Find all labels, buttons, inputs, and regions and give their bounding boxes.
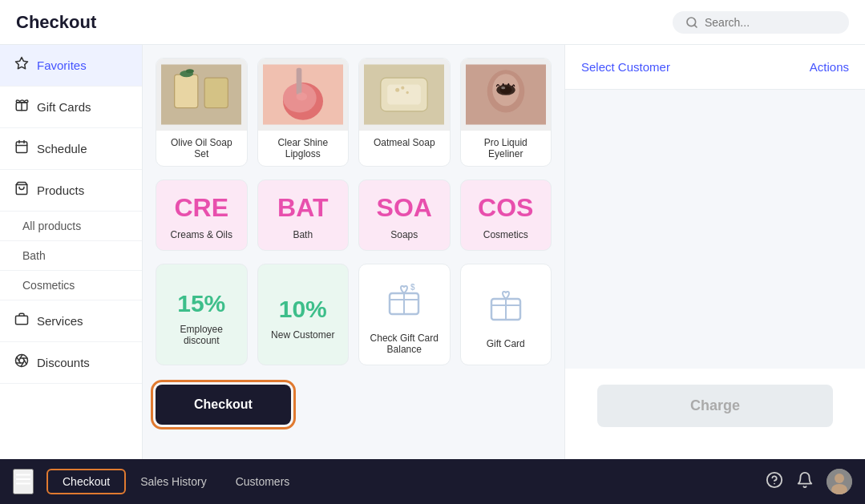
- gift-check-icon: $: [385, 280, 423, 326]
- svg-point-21: [186, 69, 194, 73]
- right-footer-area: Charge: [565, 369, 865, 459]
- search-icon: [685, 16, 698, 29]
- discount-card-new-customer[interactable]: 10% New Customer: [257, 264, 350, 365]
- svg-rect-4: [16, 142, 27, 153]
- svg-point-30: [395, 88, 399, 92]
- category-label-soa: Soaps: [390, 229, 418, 240]
- product-label-pro-eyeliner: Pro Liquid Eyeliner: [461, 131, 552, 166]
- hamburger-menu-button[interactable]: [13, 469, 34, 494]
- search-input[interactable]: [705, 16, 833, 29]
- sidebar-item-discounts[interactable]: Discounts: [0, 342, 142, 384]
- app-title: Checkout: [16, 12, 96, 33]
- schedule-icon: [14, 139, 29, 158]
- category-abbr-cre: CRE: [174, 193, 228, 223]
- category-abbr-bat: BAT: [277, 193, 328, 223]
- employee-discount-label: Employee discount: [163, 324, 241, 346]
- bottom-nav-customers[interactable]: Customers: [221, 470, 305, 493]
- app-wrapper: Checkout Favorites Gift Cards: [0, 0, 865, 504]
- actions-button[interactable]: Actions: [810, 60, 849, 74]
- sidebar-label-giftcards: Gift Cards: [37, 100, 91, 114]
- svg-point-52: [835, 474, 844, 483]
- svg-point-32: [402, 87, 405, 90]
- charge-button: Charge: [597, 385, 833, 427]
- svg-marker-2: [16, 58, 28, 69]
- product-label-oatmeal-soap: Oatmeal Soap: [359, 131, 450, 155]
- product-card-pro-eyeliner[interactable]: Pro Liquid Eyeliner: [460, 58, 552, 167]
- discounts-icon: [14, 353, 29, 372]
- sidebar-item-favorites[interactable]: Favorites: [0, 45, 142, 87]
- category-card-cos[interactable]: COS Cosmetics: [460, 179, 552, 251]
- checkout-btn-area: Checkout: [156, 378, 552, 431]
- sidebar-sub-all-products[interactable]: All products: [0, 212, 142, 241]
- category-card-bat[interactable]: BAT Bath: [257, 179, 350, 251]
- gift-card-check-label: Check Gift Card Balance: [366, 333, 443, 355]
- svg-rect-18: [175, 75, 198, 108]
- sidebar: Favorites Gift Cards Schedule: [0, 45, 143, 459]
- gift-card-icon: [487, 286, 525, 332]
- new-customer-label: New Customer: [271, 329, 334, 341]
- sidebar-label-services: Services: [37, 314, 83, 328]
- giftcards-icon: [14, 98, 29, 116]
- product-grid: Olive Oil Soap Set Clear Shine Lipgloss: [156, 58, 552, 167]
- product-img-olive-oil-soap: [156, 58, 247, 131]
- sidebar-sub-products: All products Bath Cosmetics: [0, 212, 142, 300]
- right-panel: Select Customer Actions Charge: [564, 45, 865, 459]
- bottom-nav: Checkout Sales History Customers: [0, 459, 865, 504]
- product-card-clear-shine[interactable]: Clear Shine Lipgloss: [257, 58, 350, 167]
- employee-discount-value: 15%: [177, 290, 225, 317]
- svg-rect-9: [16, 316, 28, 325]
- products-icon: [14, 181, 29, 200]
- notification-icon-button[interactable]: [796, 471, 814, 493]
- product-img-pro-eyeliner: [461, 58, 552, 131]
- discount-card-employee[interactable]: 15% Employee discount: [156, 264, 248, 365]
- gift-card-check-card[interactable]: $ Check Gift Card Balance: [358, 264, 451, 365]
- top-header: Checkout: [0, 0, 865, 45]
- select-customer-button[interactable]: Select Customer: [581, 60, 670, 74]
- svg-text:$: $: [410, 283, 415, 292]
- product-label-olive-oil-soap: Olive Oil Soap Set: [156, 131, 247, 166]
- sidebar-sub-cosmetics[interactable]: Cosmetics: [0, 271, 142, 300]
- category-abbr-cos: COS: [478, 193, 533, 223]
- bottom-nav-checkout[interactable]: Checkout: [46, 469, 126, 494]
- category-label-bat: Bath: [293, 229, 313, 240]
- svg-rect-17: [161, 65, 241, 125]
- bottom-nav-right: [766, 469, 852, 494]
- sidebar-sub-bath[interactable]: Bath: [0, 241, 142, 271]
- category-label-cre: Creams & Oils: [171, 229, 232, 240]
- product-img-oatmeal-soap: [359, 58, 450, 131]
- sidebar-label-discounts: Discounts: [37, 356, 90, 369]
- category-abbr-soa: SOA: [377, 193, 432, 223]
- bottom-nav-sales-history[interactable]: Sales History: [126, 470, 220, 493]
- gift-card-label: Gift Card: [487, 338, 525, 349]
- sidebar-label-favorites: Favorites: [37, 58, 87, 72]
- product-img-clear-shine: [258, 58, 349, 131]
- category-grid: CRE Creams & Oils BAT Bath SOA Soaps COS…: [156, 179, 552, 251]
- right-header: Select Customer Actions: [565, 45, 865, 90]
- center-panel: Olive Oil Soap Set Clear Shine Lipgloss: [143, 45, 564, 459]
- svg-rect-25: [296, 68, 301, 95]
- sidebar-item-giftcards[interactable]: Gift Cards: [0, 87, 142, 128]
- search-bar: [673, 11, 849, 34]
- category-card-soa[interactable]: SOA Soaps: [358, 179, 451, 251]
- sidebar-item-schedule[interactable]: Schedule: [0, 128, 142, 170]
- new-customer-value: 10%: [279, 296, 327, 323]
- product-card-oatmeal-soap[interactable]: Oatmeal Soap: [358, 58, 451, 167]
- sidebar-label-products: Products: [37, 183, 84, 197]
- category-card-cre[interactable]: CRE Creams & Oils: [156, 179, 248, 251]
- product-label-clear-shine: Clear Shine Lipgloss: [258, 131, 349, 166]
- discount-grid: 15% Employee discount 10% New Customer: [156, 264, 552, 365]
- svg-point-31: [406, 91, 409, 94]
- sidebar-item-services[interactable]: Services: [0, 300, 142, 342]
- checkout-button[interactable]: Checkout: [156, 385, 291, 425]
- sidebar-label-schedule: Schedule: [37, 142, 87, 155]
- svg-point-26: [296, 93, 306, 101]
- category-label-cos: Cosmetics: [483, 229, 528, 240]
- product-card-olive-oil-soap[interactable]: Olive Oil Soap Set: [156, 58, 248, 167]
- support-icon-button[interactable]: [766, 471, 783, 493]
- gift-card-card[interactable]: Gift Card: [460, 264, 552, 365]
- user-avatar[interactable]: [827, 469, 852, 494]
- main-content: Favorites Gift Cards Schedule: [0, 45, 865, 459]
- favorites-icon: [14, 56, 29, 75]
- svg-point-38: [501, 87, 505, 89]
- sidebar-item-products[interactable]: Products: [0, 170, 142, 212]
